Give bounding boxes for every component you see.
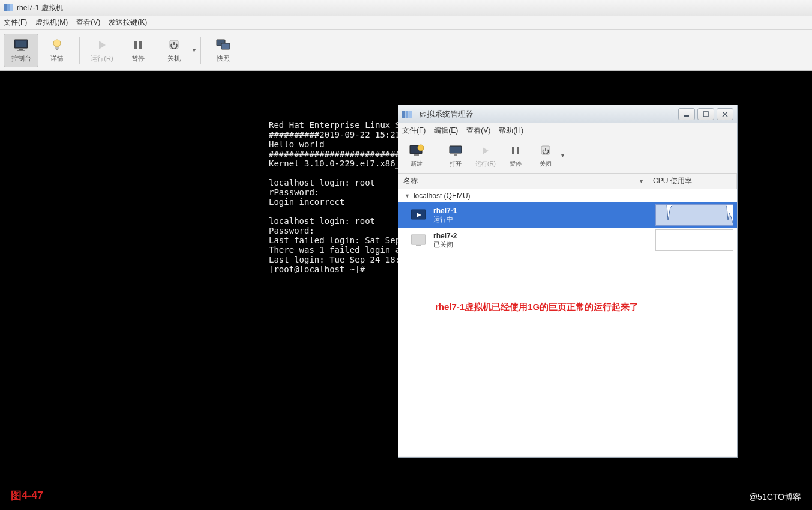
- vm-row-rhel7-2[interactable]: rhel7-2 已关闭: [398, 228, 737, 253]
- shutdown-button[interactable]: 关机: [157, 34, 191, 67]
- details-label: 详情: [50, 54, 64, 63]
- monitor-icon: [13, 37, 29, 53]
- vmm-pause-label: 暂停: [510, 160, 522, 168]
- vmm-menu-edit[interactable]: 编辑(E): [434, 126, 458, 136]
- watermark: @51CTO博客: [749, 492, 801, 503]
- new-vm-icon: [409, 143, 424, 159]
- pause-label: 暂停: [131, 54, 145, 63]
- menu-view[interactable]: 查看(V): [76, 17, 100, 28]
- svg-rect-17: [409, 111, 412, 118]
- header-name[interactable]: 名称 ▾: [398, 174, 648, 189]
- connection-name: localhost (QEMU): [414, 192, 471, 200]
- shutdown-split-button[interactable]: 关机 ▾: [157, 34, 196, 67]
- connection-row[interactable]: ▼ localhost (QEMU): [398, 189, 737, 202]
- play-icon: [97, 37, 107, 53]
- open-label: 打开: [450, 160, 462, 168]
- snapshot-icon: [216, 37, 230, 53]
- svg-rect-9: [56, 49, 58, 50]
- vmm-close-label: 关闭: [540, 160, 552, 168]
- vm-row-rhel7-1[interactable]: rhel7-1 运行中: [398, 202, 737, 228]
- console-label: 控制台: [11, 54, 31, 63]
- vmm-run-label: 运行(R): [475, 160, 496, 168]
- snapshot-button[interactable]: 快照: [206, 34, 241, 67]
- cpu-usage-graph: [655, 204, 733, 226]
- pause-icon: [511, 143, 520, 159]
- svg-rect-26: [517, 147, 519, 154]
- vmm-menu-view[interactable]: 查看(V): [466, 126, 490, 136]
- menu-file[interactable]: 文件(F): [4, 17, 27, 28]
- svg-rect-0: [4, 4, 7, 11]
- close-button[interactable]: [717, 108, 733, 120]
- play-icon: [481, 143, 490, 159]
- new-vm-label: 新建: [411, 160, 423, 168]
- svg-rect-24: [454, 154, 457, 156]
- svg-rect-2: [10, 4, 13, 11]
- svg-rect-8: [55, 47, 59, 49]
- chevron-down-icon[interactable]: ▾: [193, 47, 196, 53]
- svg-rect-1: [7, 4, 10, 11]
- toolbar-separator: [79, 37, 80, 64]
- svg-rect-16: [406, 111, 409, 118]
- virt-manager-icon: [4, 4, 13, 11]
- cpu-usage-graph: [655, 229, 733, 251]
- toolbar-separator: [200, 37, 201, 64]
- vmm-close-button[interactable]: 关闭: [531, 140, 560, 171]
- vm-running-icon: [409, 208, 427, 222]
- details-button[interactable]: 详情: [40, 34, 74, 67]
- expand-triangle-icon[interactable]: ▼: [404, 193, 410, 199]
- console-button[interactable]: 控制台: [4, 34, 38, 67]
- virt-manager-toolbar: 新建 打开 运行(R) 暂停 关闭: [398, 138, 737, 174]
- vmm-menu-help[interactable]: 帮助(H): [499, 126, 523, 136]
- vm-status: 已关闭: [433, 240, 649, 249]
- virt-manager-titlebar[interactable]: 虚拟系统管理器: [398, 105, 737, 123]
- svg-rect-10: [134, 41, 137, 49]
- minimize-button[interactable]: [678, 108, 695, 120]
- chevron-down-icon[interactable]: ▾: [561, 152, 564, 159]
- open-button[interactable]: 打开: [441, 140, 470, 171]
- vm-viewer-titlebar[interactable]: rhel7-1 虚拟机: [0, 0, 812, 16]
- svg-rect-25: [512, 147, 514, 154]
- console-output[interactable]: Red Hat Enterprise Linux Se ##########20…: [269, 120, 411, 274]
- svg-rect-29: [411, 235, 426, 244]
- svg-rect-19: [703, 112, 708, 117]
- virt-manager-title: 虚拟系统管理器: [419, 109, 474, 120]
- vm-off-icon: [409, 233, 427, 247]
- toolbar-separator: [436, 142, 436, 169]
- svg-rect-23: [450, 146, 462, 153]
- svg-point-7: [53, 40, 61, 47]
- vm-viewer-window: rhel7-1 虚拟机 文件(F) 虚拟机(M) 查看(V) 发送按键(K) 控…: [0, 0, 812, 71]
- vmm-menu-file[interactable]: 文件(F): [402, 126, 426, 136]
- pause-button[interactable]: 暂停: [121, 34, 155, 67]
- svg-rect-30: [416, 245, 421, 246]
- svg-rect-21: [414, 154, 419, 156]
- vmm-close-split-button[interactable]: 关闭 ▾: [531, 140, 564, 171]
- maximize-button[interactable]: [697, 108, 714, 120]
- new-vm-button[interactable]: 新建: [402, 140, 431, 171]
- virt-manager-icon: [402, 111, 412, 118]
- svg-rect-14: [221, 43, 230, 49]
- sort-arrow-icon[interactable]: ▾: [640, 178, 643, 184]
- run-button: 运行(R): [85, 34, 119, 67]
- vm-list-headers: 名称 ▾ CPU 使用率: [398, 174, 737, 189]
- menu-vm[interactable]: 虚拟机(M): [35, 17, 68, 28]
- shutdown-icon: [540, 143, 552, 159]
- monitor-icon: [448, 143, 463, 159]
- vm-list: ▼ localhost (QEMU) rhel7-1 运行中: [398, 189, 737, 456]
- vm-viewer-title: rhel7-1 虚拟机: [17, 3, 63, 13]
- annotation-text: rhel7-1虚拟机已经使用1G的巨页正常的运行起来了: [435, 302, 639, 313]
- shutdown-icon: [167, 37, 181, 53]
- virt-manager-menubar: 文件(F) 编辑(E) 查看(V) 帮助(H): [398, 123, 737, 138]
- svg-rect-4: [16, 41, 26, 47]
- window-controls: [678, 108, 733, 120]
- snapshot-label: 快照: [217, 54, 230, 63]
- vm-name: rhel7-2: [433, 232, 649, 240]
- header-cpu[interactable]: CPU 使用率: [648, 174, 737, 189]
- svg-rect-6: [17, 50, 25, 51]
- svg-rect-15: [402, 111, 405, 118]
- svg-rect-18: [684, 115, 689, 117]
- run-label: 运行(R): [91, 54, 113, 63]
- menu-sendkey[interactable]: 发送按键(K): [109, 17, 147, 28]
- svg-point-22: [418, 145, 424, 151]
- shutdown-label: 关机: [167, 54, 181, 63]
- vmm-pause-button[interactable]: 暂停: [501, 140, 530, 171]
